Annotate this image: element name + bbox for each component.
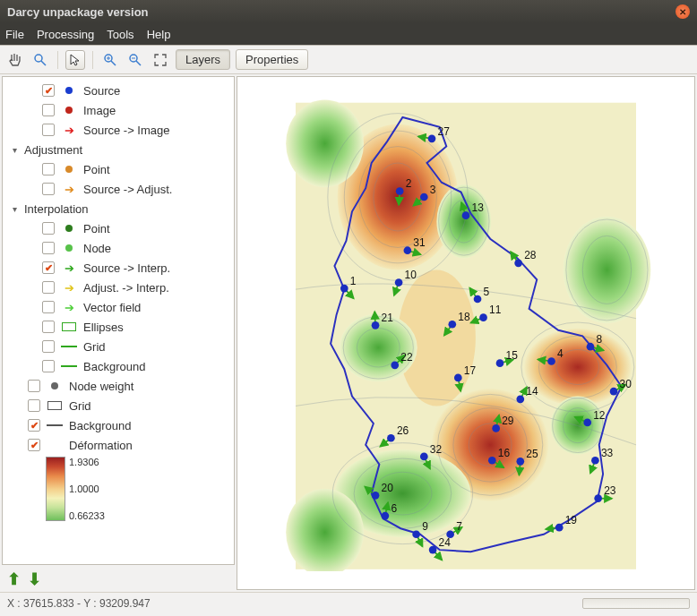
expand-icon[interactable]: ▾ — [10, 145, 19, 155]
tree-label: Node weight — [69, 380, 133, 393]
source-point[interactable] — [395, 278, 403, 287]
tree-item[interactable]: Grid — [3, 396, 234, 415]
source-point[interactable] — [555, 524, 564, 532]
source-point[interactable] — [547, 357, 555, 365]
source-point[interactable] — [372, 492, 380, 500]
checkbox[interactable] — [28, 439, 40, 451]
point-label: 22 — [400, 351, 413, 364]
source-point[interactable] — [516, 395, 524, 403]
source-point[interactable] — [516, 458, 524, 466]
tree-item[interactable]: Image — [3, 100, 234, 120]
checkbox[interactable] — [42, 183, 55, 195]
tree-item[interactable]: Point — [3, 159, 234, 179]
move-up-icon[interactable]: ⬆ — [7, 569, 21, 589]
layers-button[interactable]: Layers — [176, 49, 230, 70]
source-point[interactable] — [382, 512, 390, 520]
move-down-icon[interactable]: ⬇ — [28, 569, 41, 589]
source-point[interactable] — [420, 193, 428, 201]
menu-help[interactable]: Help — [147, 28, 171, 41]
close-button[interactable]: ✕ — [675, 4, 690, 19]
checkbox[interactable] — [28, 380, 40, 392]
checkbox[interactable] — [42, 301, 55, 313]
source-point[interactable] — [474, 295, 482, 304]
checkbox[interactable] — [42, 281, 55, 294]
tree-item[interactable]: ➔Source -> Interp. — [3, 258, 234, 278]
source-point[interactable] — [488, 457, 496, 465]
checkbox[interactable] — [42, 222, 55, 235]
tree-item[interactable]: Ellipses — [3, 317, 234, 337]
source-point[interactable] — [454, 374, 462, 382]
tree-label: Image — [83, 104, 116, 117]
tree-item[interactable]: Grid — [3, 337, 234, 356]
tree-item[interactable]: Point — [3, 218, 234, 238]
source-point[interactable] — [372, 321, 380, 329]
layer-tree[interactable]: SourceImage➔Source -> Image▾AdjustmentPo… — [2, 76, 235, 565]
source-point[interactable] — [404, 246, 412, 254]
source-point[interactable] — [420, 453, 428, 461]
checkbox[interactable] — [42, 242, 55, 254]
source-point[interactable] — [396, 187, 404, 195]
point-label: 24 — [439, 536, 452, 549]
source-point[interactable] — [428, 135, 436, 143]
menu-processing[interactable]: Processing — [37, 28, 94, 41]
source-point[interactable] — [492, 424, 500, 432]
point-label: 17 — [464, 364, 477, 377]
toolbar: Layers Properties — [0, 46, 697, 74]
tree-item[interactable]: ➔Source -> Adjust. — [3, 179, 234, 199]
source-point[interactable] — [391, 361, 399, 369]
source-point[interactable] — [429, 546, 437, 554]
tree-item[interactable]: Background — [3, 356, 234, 376]
source-point[interactable] — [583, 419, 591, 427]
menu-file[interactable]: File — [5, 28, 24, 41]
source-point[interactable] — [591, 457, 599, 465]
zoom-fit-icon[interactable] — [151, 50, 170, 70]
tree-item[interactable]: ➔Vector field — [3, 297, 234, 317]
source-point[interactable] — [412, 530, 420, 538]
checkbox[interactable] — [42, 321, 55, 333]
zoom-in-icon[interactable] — [100, 50, 120, 70]
zoom-out-icon[interactable] — [125, 50, 145, 70]
toolbar-separator — [57, 51, 58, 69]
symbol-line-icon — [46, 424, 64, 426]
source-point[interactable] — [340, 285, 348, 293]
source-point[interactable] — [496, 359, 504, 367]
checkbox[interactable] — [42, 261, 55, 274]
tree-item[interactable]: ➔Source -> Image — [3, 120, 234, 140]
source-point[interactable] — [448, 321, 456, 329]
pan-tool-icon[interactable] — [5, 50, 25, 70]
source-point[interactable] — [514, 259, 522, 267]
tree-item[interactable]: Node weight — [3, 376, 234, 396]
source-point[interactable] — [587, 343, 595, 351]
source-point[interactable] — [479, 313, 487, 321]
tree-group-header[interactable]: ▾Adjustment — [3, 140, 234, 159]
checkbox[interactable] — [42, 340, 55, 353]
tree-label: Point — [83, 163, 110, 176]
zoom-rect-tool-icon[interactable] — [30, 50, 50, 70]
checkbox[interactable] — [42, 104, 55, 116]
map-canvas[interactable]: 2723133128101511182184152217301412292633… — [237, 76, 695, 590]
tree-group-header[interactable]: ▾Interpolation — [3, 199, 234, 218]
menu-tools[interactable]: Tools — [107, 28, 133, 41]
properties-button[interactable]: Properties — [236, 49, 308, 70]
source-point[interactable] — [387, 434, 395, 442]
source-point[interactable] — [610, 388, 618, 396]
checkbox[interactable] — [42, 84, 55, 97]
expand-icon[interactable]: ▾ — [10, 204, 19, 214]
pointer-tool-icon[interactable] — [65, 50, 85, 70]
source-point[interactable] — [594, 494, 602, 502]
tree-item[interactable]: Déformation — [3, 435, 234, 455]
tree-item[interactable]: Node — [3, 238, 234, 258]
checkbox[interactable] — [42, 163, 55, 175]
tree-item[interactable]: ➔Adjust. -> Interp. — [3, 278, 234, 297]
checkbox[interactable] — [42, 124, 55, 136]
tree-item[interactable]: Background — [3, 415, 234, 435]
source-point[interactable] — [462, 211, 470, 219]
checkbox[interactable] — [28, 399, 40, 412]
checkbox[interactable] — [42, 360, 55, 372]
tree-item[interactable]: Source — [3, 81, 234, 100]
symbol-arrow-icon: ➔ — [60, 282, 78, 294]
checkbox[interactable] — [28, 419, 40, 432]
symbol-arrow-icon: ➔ — [60, 302, 78, 313]
point-label: 26 — [397, 424, 409, 437]
toolbar-separator — [92, 51, 93, 69]
